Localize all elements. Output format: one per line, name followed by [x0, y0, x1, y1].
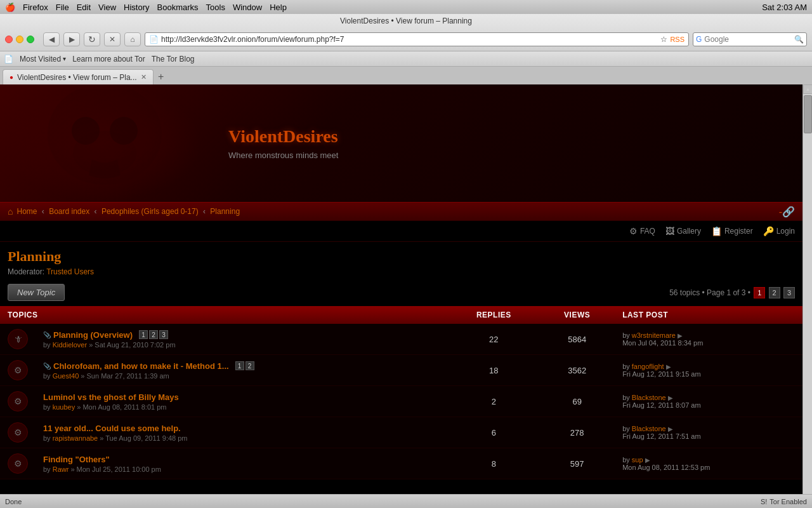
app-menu-file[interactable]: File: [56, 3, 69, 12]
page-title: ViolentDesires • View forum – Planning: [340, 17, 472, 25]
topic-title-link[interactable]: Planning (Overview): [53, 330, 133, 340]
topic-icon-cell: ⚙: [0, 355, 36, 386]
replies-cell: 22: [448, 324, 539, 355]
page-title: Planning: [8, 248, 795, 265]
last-post-cell: by Blackstone ▶Fri Aug 12, 2011 7:51 am: [615, 417, 802, 448]
topic-title-link[interactable]: Chlorofoam, and how to make it - Method …: [53, 361, 229, 371]
bookmark-star-icon[interactable]: ☆: [660, 35, 667, 44]
search-bar-container[interactable]: G 🔍: [693, 32, 807, 46]
topic-icon: ⚙: [8, 453, 28, 474]
last-post-cell: by w3rstnitemare ▶Mon Jul 04, 2011 8:34 …: [615, 324, 802, 355]
page-content: ViolentDesires Where monstrous minds mee…: [0, 84, 802, 508]
app-menu-firefox[interactable]: Firefox: [23, 3, 48, 12]
search-icon[interactable]: 🔍: [794, 35, 804, 44]
close-button[interactable]: [5, 36, 13, 43]
table-row: 🗡📎Planning (Overview)123by Kiddielover »…: [0, 324, 802, 355]
last-post-author[interactable]: Blackstone: [632, 394, 666, 401]
scrollbar-track: ▲ ▼: [802, 84, 812, 508]
login-link[interactable]: 🔑 Login: [763, 226, 795, 236]
last-post-arrow-icon[interactable]: ▶: [668, 394, 673, 401]
page-link-2[interactable]: 2: [769, 287, 780, 298]
last-post-author[interactable]: fangoflight: [632, 363, 664, 370]
topic-author[interactable]: kuubey: [53, 403, 75, 411]
breadcrumb-home[interactable]: Home: [16, 207, 37, 216]
faq-link[interactable]: ⚙ FAQ: [629, 226, 655, 236]
last-post-arrow-icon[interactable]: ▶: [666, 363, 671, 370]
trusted-users-link[interactable]: Trusted Users: [46, 267, 94, 276]
gallery-icon: 🖼: [665, 226, 674, 236]
topic-icon-cell: ⚙: [0, 448, 36, 479]
last-post-author[interactable]: w3rstnitemare: [632, 331, 676, 339]
topic-icon-cell: 🗡: [0, 324, 36, 355]
new-tab-button[interactable]: +: [154, 69, 169, 84]
app-menu-help[interactable]: Help: [270, 3, 287, 12]
home-button[interactable]: ⌂: [124, 32, 141, 46]
tab-close-button[interactable]: ✕: [141, 73, 147, 81]
topic-meta: by kuubey » Mon Aug 08, 2011 8:01 pm: [43, 403, 440, 411]
refresh-button[interactable]: ↻: [84, 32, 100, 46]
views-cell: 3562: [539, 355, 615, 386]
minimize-button[interactable]: [16, 36, 23, 43]
bookmarks-bar: 📄 Most Visited ▾ Learn more about Tor Th…: [0, 51, 812, 67]
scrollbar-thumb[interactable]: [804, 95, 812, 133]
topic-title-link[interactable]: Finding "Others": [43, 455, 110, 464]
page-link-3[interactable]: 3: [783, 287, 795, 298]
rss-icon[interactable]: RSS: [670, 36, 684, 43]
bookmark-learn-tor[interactable]: Learn more about Tor: [72, 55, 145, 64]
app-menu-history[interactable]: History: [124, 3, 149, 12]
topic-author[interactable]: Kiddielover: [53, 341, 87, 349]
apple-menu[interactable]: 🍎: [5, 3, 15, 12]
forward-button[interactable]: ▶: [63, 32, 80, 46]
app-menu-tools[interactable]: Tools: [206, 3, 225, 12]
back-button[interactable]: ◀: [43, 32, 60, 46]
chevron-down-icon: ▾: [63, 55, 66, 62]
topic-title-link[interactable]: 11 year old... Could use some help.: [43, 424, 181, 433]
topic-author[interactable]: rapistwannabe: [53, 434, 98, 442]
register-link[interactable]: 📋 Register: [711, 226, 753, 236]
breadcrumb-section[interactable]: Pedophiles (Girls aged 0-17): [102, 207, 199, 216]
address-bar[interactable]: 📄 http://ld3ervkde3fv2vlr.onion/forum/vi…: [145, 32, 689, 46]
topic-author[interactable]: Rawr: [53, 465, 69, 473]
last-post-arrow-icon[interactable]: ▶: [645, 457, 650, 464]
topic-icon: ⚙: [8, 391, 28, 411]
scrollbar-up-button[interactable]: ▲: [803, 84, 812, 94]
breadcrumb-board-index[interactable]: Board index: [49, 207, 89, 216]
topic-page-link[interactable]: 1: [139, 330, 148, 339]
topic-icon: ⚙: [8, 360, 28, 380]
app-menu-edit[interactable]: Edit: [77, 3, 91, 12]
app-menu-bookmarks[interactable]: Bookmarks: [157, 3, 199, 12]
gallery-link[interactable]: 🖼 Gallery: [665, 226, 701, 236]
url-text[interactable]: http://ld3ervkde3fv2vlr.onion/forum/view…: [161, 35, 658, 44]
topic-pages: 12: [235, 361, 254, 370]
replies-cell: 2: [448, 386, 539, 417]
search-input[interactable]: [704, 35, 794, 44]
stop-button[interactable]: ✕: [104, 32, 121, 46]
topic-page-link[interactable]: 3: [159, 330, 168, 339]
page-icon: 📄: [149, 35, 159, 44]
new-topic-button[interactable]: New Topic: [8, 284, 65, 301]
breadcrumb-current[interactable]: Planning: [210, 207, 240, 216]
last-post-cell: by fangoflight ▶Fri Aug 12, 2011 9:15 am: [615, 355, 802, 386]
tab-bar: ● ViolentDesires • View forum – Pla... ✕…: [0, 67, 812, 84]
app-menu-window[interactable]: Window: [233, 3, 262, 12]
svg-point-2: [72, 117, 100, 145]
maximize-button[interactable]: [27, 36, 34, 43]
table-row: ⚙📎Chlorofoam, and how to make it - Metho…: [0, 355, 802, 386]
topics-table: TOPICS REPLIES VIEWS LAST POST 🗡📎Plannin…: [0, 306, 802, 479]
app-menu-view[interactable]: View: [98, 3, 116, 12]
topic-page-link[interactable]: 1: [235, 361, 244, 370]
last-post-author[interactable]: sup: [632, 456, 643, 464]
table-row: ⚙Luminol vs the ghost of Billy Maysby ku…: [0, 386, 802, 417]
bookmark-tor-blog[interactable]: The Tor Blog: [152, 55, 195, 64]
last-post-author[interactable]: Blackstone: [632, 425, 666, 432]
topic-title-link[interactable]: Luminol vs the ghost of Billy Mays: [43, 392, 179, 402]
page-link-1[interactable]: 1: [754, 287, 765, 298]
active-tab[interactable]: ● ViolentDesires • View forum – Pla... ✕: [3, 69, 154, 84]
bookmark-most-visited[interactable]: Most Visited ▾: [20, 55, 66, 64]
topic-page-link[interactable]: 2: [149, 330, 158, 339]
last-post-arrow-icon[interactable]: ▶: [668, 425, 673, 432]
topic-page-link[interactable]: 2: [246, 361, 254, 370]
topic-author[interactable]: Guest40: [53, 372, 79, 380]
last-post-arrow-icon[interactable]: ▶: [678, 332, 683, 339]
topic-icon: 🗡: [8, 329, 28, 349]
